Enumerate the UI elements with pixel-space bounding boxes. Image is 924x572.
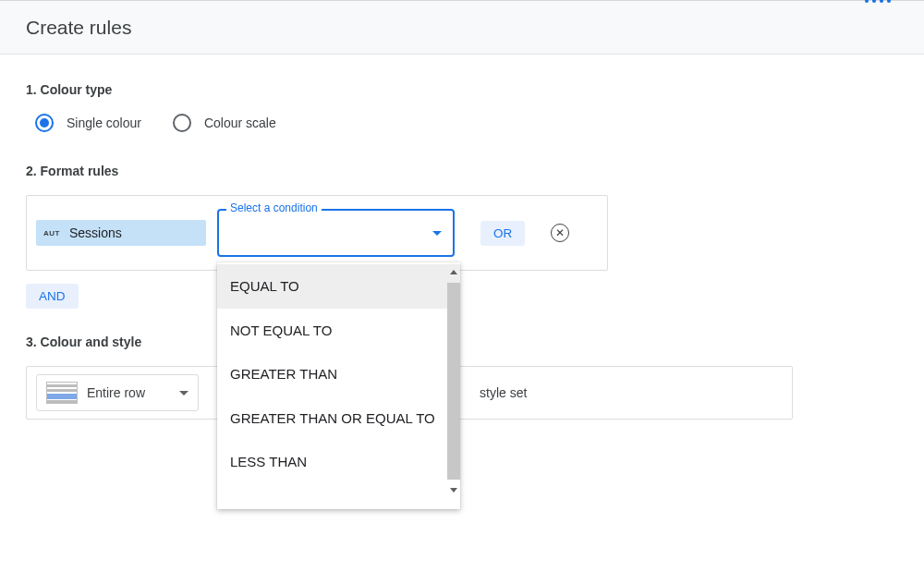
radio-selected-icon xyxy=(35,114,54,132)
condition-floating-label: Select a condition xyxy=(226,201,322,214)
condition-option[interactable]: EQUAL TO xyxy=(217,264,460,309)
single-colour-radio[interactable]: Single colour xyxy=(35,114,141,132)
condition-option[interactable]: LESS THAN OR EQUAL TO xyxy=(217,484,460,499)
remove-rule-button[interactable]: ✕ xyxy=(551,224,569,242)
step-2-title: 2. Format rules xyxy=(26,164,898,178)
condition-option[interactable]: LESS THAN xyxy=(217,440,460,484)
style-status: style set xyxy=(480,385,527,400)
condition-option[interactable]: NOT EQUAL TO xyxy=(217,309,460,353)
colour-scale-radio[interactable]: Colour scale xyxy=(173,114,276,132)
condition-option[interactable]: GREATER THAN xyxy=(217,352,460,396)
condition-dropdown: EQUAL TO NOT EQUAL TO GREATER THAN GREAT… xyxy=(217,262,460,509)
radio-unselected-icon xyxy=(173,114,191,132)
chevron-down-icon xyxy=(179,391,188,396)
single-colour-label: Single colour xyxy=(67,116,141,130)
rule-row: AUT Sessions Select a condition EQUAL TO… xyxy=(26,195,608,271)
colour-type-radio-row: Single colour Colour scale xyxy=(35,114,898,132)
close-icon: ✕ xyxy=(555,227,565,238)
scope-label: Entire row xyxy=(87,385,170,400)
colour-scale-label: Colour scale xyxy=(204,116,276,130)
and-button[interactable]: AND xyxy=(26,284,79,309)
more-dots-icon[interactable] xyxy=(865,0,891,3)
or-button[interactable]: OR xyxy=(480,221,525,246)
scroll-down-icon[interactable] xyxy=(450,488,457,493)
metric-name: Sessions xyxy=(69,225,122,240)
panel-header: Create rules xyxy=(0,1,924,55)
condition-select[interactable] xyxy=(217,209,455,257)
metric-tag: AUT xyxy=(43,229,60,237)
scrollbar[interactable] xyxy=(447,283,460,480)
scope-select[interactable]: Entire row xyxy=(36,374,199,411)
page-title: Create rules xyxy=(26,17,131,39)
scroll-up-icon[interactable] xyxy=(450,270,457,274)
metric-chip[interactable]: AUT Sessions xyxy=(36,220,206,246)
entire-row-icon xyxy=(46,382,78,404)
step-3-title: 3. Colour and style xyxy=(26,335,898,349)
chevron-down-icon xyxy=(432,231,442,236)
condition-option[interactable]: GREATER THAN OR EQUAL TO xyxy=(217,396,460,441)
step-1-title: 1. Colour type xyxy=(26,82,898,97)
